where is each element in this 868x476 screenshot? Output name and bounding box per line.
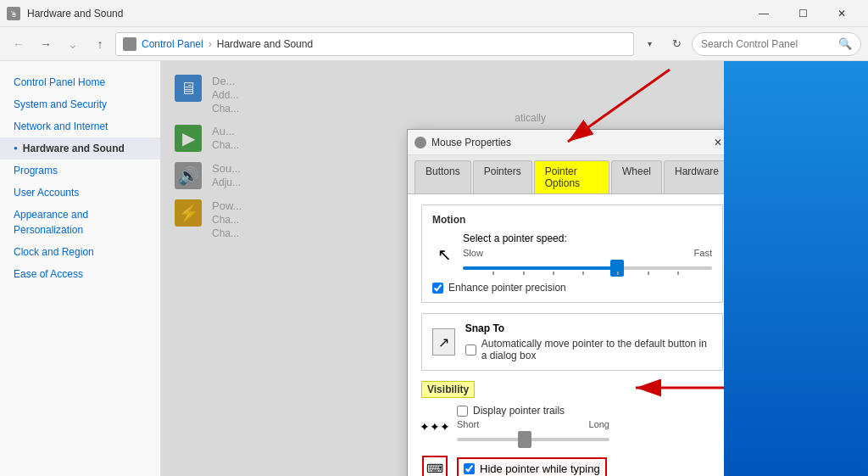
sidebar-item-label: System and Security [14, 97, 107, 112]
dialog-close-button[interactable]: ✕ [706, 131, 724, 154]
trails-track [457, 438, 609, 441]
trails-slider-labels: Short Long [457, 419, 609, 429]
sidebar-item-programs[interactable]: Programs [0, 160, 160, 182]
trails-checkbox-row: Display pointer trails [457, 405, 723, 417]
maximize-button[interactable]: ☐ [783, 0, 822, 27]
sidebar: Control Panel Home System and Security N… [0, 61, 161, 476]
recent-button[interactable]: ⌄ [61, 32, 85, 56]
search-input[interactable] [701, 38, 838, 50]
main-area: Control Panel Home System and Security N… [0, 61, 868, 476]
sidebar-item-home[interactable]: Control Panel Home [0, 71, 160, 93]
speed-slider[interactable] [463, 260, 712, 277]
hide-icon: ⌨ [421, 455, 448, 476]
window-controls: — ☐ ✕ [744, 0, 861, 27]
trails-row: ✦✦✦ Display pointer trails Short Long [421, 405, 723, 448]
sidebar-item-hardware[interactable]: ● Hardware and Sound [0, 137, 160, 160]
snapto-checkbox[interactable] [465, 344, 476, 356]
trails-label: Display pointer trails [473, 405, 565, 417]
sidebar-item-accounts[interactable]: User Accounts [0, 182, 160, 204]
visibility-label: Visibility [421, 381, 475, 398]
title-bar: 🖱 Hardware and Sound — ☐ ✕ [0, 0, 868, 27]
trails-checkbox[interactable] [457, 406, 468, 417]
window-title: Hardware and Sound [27, 8, 744, 20]
address-icon [123, 37, 136, 51]
breadcrumb-item: Control Panel [142, 38, 203, 50]
dialog-icon [415, 137, 426, 148]
slider-track [463, 266, 712, 270]
snapto-icon: ↗ [432, 328, 455, 356]
content-area: 🖥 De... Add... Cha... ▶ Au... Cha [161, 61, 724, 476]
up-button[interactable]: ↑ [88, 32, 112, 56]
sidebar-item-appearance[interactable]: Appearance and Personalization [0, 204, 160, 241]
trails-content: Display pointer trails Short Long [457, 405, 723, 448]
tab-buttons[interactable]: Buttons [415, 160, 471, 193]
back-button[interactable]: ← [7, 32, 31, 56]
trails-slider[interactable] [457, 431, 609, 448]
sidebar-item-label: Network and Internet [14, 119, 108, 134]
motion-label: Motion [432, 214, 712, 226]
fast-label: Fast [694, 248, 712, 258]
visibility-section: Visibility ✦✦✦ Display pointer trails [421, 381, 723, 476]
sidebar-item-security[interactable]: System and Security [0, 93, 160, 115]
sidebar-item-label: Hardware and Sound [23, 141, 125, 156]
speed-row: ↖ Select a pointer speed: Slow Fast [432, 232, 712, 277]
dialog-title-bar: Mouse Properties ✕ [408, 130, 724, 155]
hide-pointer-label: Hide pointer while typing [480, 462, 600, 475]
sidebar-item-label: Control Panel Home [14, 75, 105, 90]
mouse-properties-dialog: Mouse Properties ✕ Buttons Pointers Poin… [407, 129, 724, 476]
dialog-body: Motion ↖ Select a pointer speed: Slow Fa… [408, 194, 724, 476]
tab-pointers[interactable]: Pointers [473, 160, 532, 193]
breadcrumb-current: Hardware and Sound [217, 38, 313, 50]
snapto-label: Snap To [465, 322, 712, 334]
trails-icon: ✦✦✦ [421, 413, 448, 440]
enhance-precision-row: Enhance pointer precision [432, 282, 712, 294]
window-icon: 🖱 [7, 7, 20, 20]
sidebar-item-clock[interactable]: Clock and Region [0, 241, 160, 263]
minimize-button[interactable]: — [744, 0, 783, 27]
blue-panel [724, 61, 868, 476]
pointer-cursor-icon: ↖ [432, 243, 456, 266]
sidebar-item-label: Ease of Access [14, 266, 83, 282]
refresh-button[interactable]: ↻ [665, 32, 688, 56]
speed-slider-group: Select a pointer speed: Slow Fast [463, 232, 712, 277]
enhance-precision-checkbox[interactable] [432, 283, 443, 294]
hide-pointer-checkbox[interactable] [464, 463, 475, 474]
svg-text:🖱: 🖱 [10, 10, 18, 19]
search-box[interactable]: 🔍 [692, 32, 861, 56]
dialog-title: Mouse Properties [431, 137, 706, 148]
tab-pointer-options[interactable]: Pointer Options [534, 160, 609, 193]
trails-short-label: Short [457, 419, 479, 429]
tab-hardware[interactable]: Hardware [664, 160, 724, 193]
breadcrumb-separator: › [209, 38, 212, 50]
snapto-checkbox-row: Automatically move pointer to the defaul… [465, 338, 712, 361]
trails-thumb[interactable] [518, 431, 531, 448]
hide-pointer-row: Hide pointer while typing [457, 457, 607, 477]
snapto-content: Snap To Automatically move pointer to th… [465, 322, 712, 361]
sidebar-item-label: User Accounts [14, 185, 79, 200]
forward-button[interactable]: → [34, 32, 58, 56]
speed-label: Select a pointer speed: [463, 232, 712, 244]
trails-long-label: Long [589, 419, 609, 429]
slow-label: Slow [463, 248, 483, 258]
address-bar: ← → ⌄ ↑ Control Panel › Hardware and Sou… [0, 27, 868, 61]
sidebar-item-label: Clock and Region [14, 244, 94, 260]
slider-fill [463, 266, 617, 270]
search-icon: 🔍 [838, 37, 852, 50]
sidebar-item-network[interactable]: Network and Internet [0, 115, 160, 137]
snapto-label-text: Automatically move pointer to the defaul… [481, 338, 712, 361]
sidebar-item-access[interactable]: Ease of Access [0, 263, 160, 285]
hide-row: ⌨ Hide pointer while typing [421, 455, 723, 476]
dialog-tabs: Buttons Pointers Pointer Options Wheel H… [408, 155, 724, 194]
sidebar-item-label: Programs [14, 163, 58, 178]
address-dropdown-button[interactable]: ▾ [637, 32, 661, 56]
enhance-precision-label: Enhance pointer precision [448, 282, 566, 294]
motion-section: Motion ↖ Select a pointer speed: Slow Fa… [421, 204, 723, 303]
active-bullet: ● [14, 143, 18, 154]
sidebar-item-label: Appearance and Personalization [14, 207, 88, 238]
address-field: Control Panel › Hardware and Sound [115, 32, 634, 56]
snapto-section: ↗ Snap To Automatically move pointer to … [421, 313, 723, 371]
slider-labels: Slow Fast [463, 248, 712, 258]
tab-wheel[interactable]: Wheel [611, 160, 662, 193]
close-button[interactable]: ✕ [822, 0, 861, 27]
